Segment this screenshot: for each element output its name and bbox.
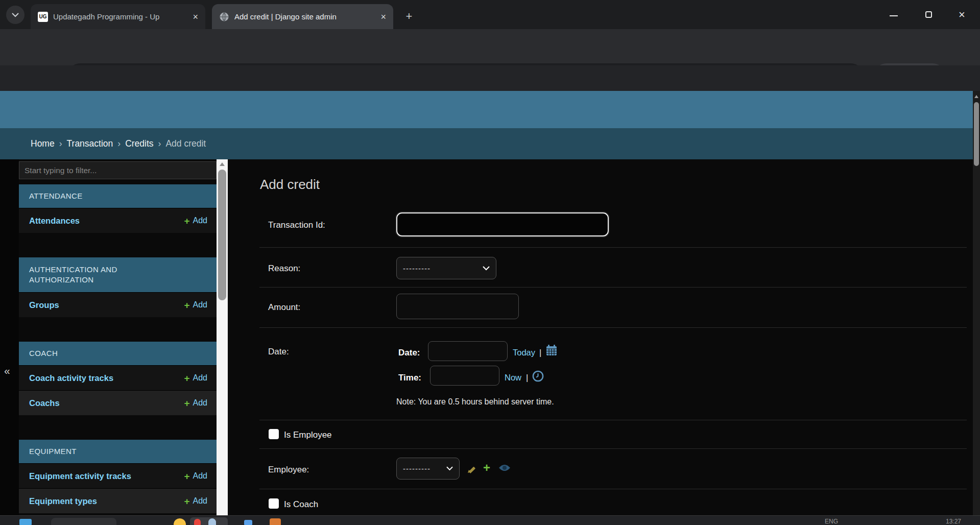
add-coach-link[interactable]: + Add [184, 398, 207, 408]
taskbar-clock[interactable]: 13:27 [946, 518, 961, 525]
reason-selected-value: --------- [403, 264, 431, 273]
model-link[interactable]: Equipment activity tracks [29, 471, 131, 481]
module-caption-coach: COACH [19, 342, 217, 365]
employee-select[interactable]: --------- [396, 458, 460, 480]
field-row-employee: Employee: --------- + [228, 448, 973, 489]
sidebar-scroll-up-icon[interactable] [220, 162, 225, 166]
field-row-reason: Reason: --------- [228, 247, 973, 287]
amount-input[interactable] [396, 294, 519, 319]
taskbar-app-icon[interactable] [270, 518, 281, 525]
tab-close-icon[interactable]: × [193, 12, 198, 21]
taskbar-search-box[interactable] [51, 518, 116, 525]
field-row-date: Date: Date: Today | Time: Now | Note: Yo… [228, 327, 973, 420]
add-group-link[interactable]: + Add [184, 300, 207, 310]
browser-titlebar: UG Updategadh Programming - Up × Add cre… [0, 0, 980, 29]
model-link[interactable]: Coach activity tracks [29, 373, 113, 383]
module-caption-auth: AUTHENTICATION AND AUTHORIZATION [19, 257, 217, 292]
tab-add-credit-active[interactable]: Add credit | Django site admin × [212, 4, 393, 29]
time-pipe: | [526, 373, 528, 383]
row-divider [259, 327, 967, 328]
add-attendance-link[interactable]: + Add [184, 216, 207, 226]
model-link[interactable]: Coachs [29, 398, 60, 408]
today-link[interactable]: Today [513, 348, 535, 357]
row-divider [259, 489, 967, 489]
chevron-down-icon [446, 466, 453, 471]
amount-label: Amount: [268, 302, 300, 313]
date-sublabel: Date: [398, 348, 420, 358]
plus-icon: + [184, 300, 189, 310]
tab-updategadh[interactable]: UG Updategadh Programming - Up × [31, 4, 205, 29]
sidebar-item-coach-activity-tracks: Coach activity tracks + Add [19, 365, 217, 390]
window-minimize-button[interactable] [890, 15, 898, 16]
windows-start-icon[interactable] [19, 519, 32, 525]
plus-icon: + [184, 373, 189, 383]
add-related-icon[interactable]: + [483, 461, 490, 475]
window-maximize-button[interactable] [925, 11, 932, 18]
taskbar-app-icon[interactable] [174, 518, 186, 525]
chevron-down-icon [12, 13, 19, 17]
employee-label: Employee: [268, 465, 309, 475]
taskbar-language[interactable]: ENG [825, 518, 838, 525]
add-equipment-activity-track-link[interactable]: + Add [184, 471, 207, 481]
plus-icon: + [184, 398, 189, 408]
add-label: Add [193, 471, 207, 481]
tab-close-icon[interactable]: × [380, 12, 386, 21]
time-input[interactable] [430, 366, 499, 386]
time-sublabel: Time: [398, 373, 421, 383]
date-field-label: Date: [268, 347, 289, 357]
breadcrumb-transaction-link[interactable]: Transaction [67, 138, 113, 149]
sidebar-item-attendances: Attendances + Add [19, 208, 217, 233]
transaction-id-input[interactable] [396, 212, 609, 236]
page-scroll-up-icon[interactable] [974, 95, 978, 98]
add-label: Add [193, 216, 207, 225]
clock-icon[interactable] [532, 370, 544, 382]
model-link[interactable]: Equipment types [29, 496, 97, 506]
add-equipment-type-link[interactable]: + Add [184, 496, 207, 506]
chevron-down-icon [483, 266, 490, 271]
nav-sidebar: ATTENDANCE Attendances + Add AUTHENTICAT… [19, 159, 217, 515]
reason-select[interactable]: --------- [396, 257, 496, 279]
sidebar-scrollbar-thumb[interactable] [218, 170, 226, 300]
breadcrumb-current: Add credit [165, 138, 206, 149]
taskbar-app-icon [208, 518, 216, 525]
change-pencil-icon[interactable] [467, 463, 478, 474]
new-tab-button[interactable]: + [401, 9, 417, 24]
page-scrollbar-thumb[interactable] [974, 102, 979, 166]
sidebar-collapse-button[interactable]: « [4, 365, 10, 377]
date-input[interactable] [428, 341, 508, 361]
breadcrumb-home-link[interactable]: Home [31, 138, 55, 149]
tab-title: Add credit | Django site admin [234, 12, 375, 21]
field-row-amount: Amount: [228, 287, 973, 327]
model-link[interactable]: Attendances [29, 216, 80, 226]
browser-toolbar: ← → i 127.0.0.1:8000/admin/transaction/c… [0, 29, 980, 65]
view-eye-icon[interactable] [498, 464, 511, 472]
add-coach-activity-track-link[interactable]: + Add [184, 373, 207, 383]
is-coach-checkbox[interactable] [269, 498, 279, 509]
row-divider [259, 448, 967, 449]
tab-search-button[interactable] [6, 6, 25, 24]
sidebar-filter-input[interactable] [19, 161, 217, 179]
field-row-is-coach: Is Coach [228, 489, 973, 515]
reason-label: Reason: [268, 264, 300, 274]
globe-icon [219, 12, 229, 22]
is-employee-checkbox[interactable] [269, 429, 279, 439]
field-row-is-employee: Is Employee [228, 420, 973, 448]
calendar-icon[interactable] [545, 344, 558, 356]
sidebar-item-coachs: Coachs + Add [19, 390, 217, 415]
now-link[interactable]: Now [505, 373, 521, 383]
nav-gutter [0, 159, 19, 515]
admin-header: Django administration WELCOME, ADMIN. VI… [0, 91, 980, 128]
taskbar-active-app[interactable] [190, 517, 228, 525]
breadcrumb-separator: › [158, 138, 161, 149]
taskbar-app-icon [194, 519, 201, 525]
page-title: Add credit [260, 177, 320, 193]
module-caption-attendance: ATTENDANCE [19, 184, 217, 208]
taskbar-app-icon[interactable] [244, 520, 252, 525]
field-row-transaction-id: Transaction Id: [228, 202, 973, 247]
window-close-button[interactable]: × [959, 8, 965, 21]
model-link[interactable]: Groups [29, 300, 59, 310]
add-label: Add [193, 398, 207, 408]
breadcrumb-credits-link[interactable]: Credits [125, 138, 153, 149]
updategadh-favicon: UG [38, 12, 48, 22]
sidebar-item-equipment-types: Equipment types + Add [19, 488, 217, 513]
